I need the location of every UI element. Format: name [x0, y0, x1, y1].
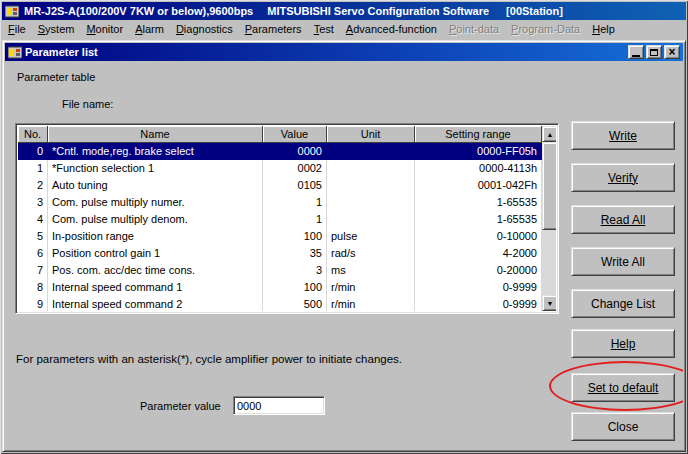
cell-no: 5 [18, 228, 48, 245]
close-button[interactable]: Close [571, 412, 675, 441]
menu-item-point-data: Point-data [443, 21, 505, 37]
cell-range: 0000-FF05h [415, 143, 542, 160]
cell-value: 3 [263, 262, 327, 279]
cell-value: 100 [263, 228, 327, 245]
cell-no: 4 [18, 211, 48, 228]
parameter-value-input[interactable] [233, 396, 325, 415]
write-button[interactable]: Write [571, 121, 675, 150]
cell-name: Com. pulse multiply denom. [48, 211, 263, 228]
cell-no: 2 [18, 177, 48, 194]
cell-range: 0-20000 [415, 262, 542, 279]
param-row-4[interactable]: 4Com. pulse multiply denom.11-65535 [18, 211, 542, 228]
cell-name: Pos. com. acc/dec time cons. [48, 262, 263, 279]
change-list-button[interactable]: Change List [571, 289, 675, 318]
column-header-name: Name [48, 126, 263, 143]
menubar: FileSystemMonitorAlarmDiagnosticsParamet… [2, 20, 686, 38]
param-row-9[interactable]: 9Internal speed command 2500r/min0-9999 [18, 296, 542, 311]
param-row-0[interactable]: 0*Cntl. mode,reg. brake select00000000-F… [18, 143, 542, 160]
menu-item-program-data: Program-Data [505, 21, 586, 37]
maximize-icon [650, 49, 658, 56]
column-header-value: Value [263, 126, 327, 143]
cell-value: 0000 [263, 143, 327, 160]
cell-name: *Cntl. mode,reg. brake select [48, 143, 263, 160]
cell-value: 1 [263, 194, 327, 211]
parameter-table-label: Parameter table [17, 71, 95, 83]
param-row-5[interactable]: 5In-position range100pulse0-10000 [18, 228, 542, 245]
menu-item-alarm[interactable]: Alarm [129, 21, 170, 37]
app-icon [5, 5, 19, 18]
cell-name: *Function selection 1 [48, 160, 263, 177]
cell-name: Internal speed command 1 [48, 279, 263, 296]
minimize-icon [632, 55, 640, 57]
read-all-button[interactable]: Read All [571, 205, 675, 234]
verify-button[interactable]: Verify [571, 163, 675, 192]
parameter-list-client: Parameter table File name: No.NameValueU… [5, 61, 683, 449]
cell-unit [327, 194, 415, 211]
menu-item-system[interactable]: System [32, 21, 81, 37]
cell-no: 9 [18, 296, 48, 311]
cell-no: 7 [18, 262, 48, 279]
scrollbar-thumb[interactable] [542, 142, 556, 230]
cell-range: 0-9999 [415, 279, 542, 296]
cell-unit: r/min [327, 279, 415, 296]
menu-item-monitor[interactable]: Monitor [80, 21, 129, 37]
menu-item-diagnostics[interactable]: Diagnostics [170, 21, 239, 37]
param-row-2[interactable]: 2Auto tuning01050001-042Fh [18, 177, 542, 194]
menu-item-advanced-function[interactable]: Advanced-function [340, 21, 443, 37]
menu-item-parameters[interactable]: Parameters [239, 21, 308, 37]
maximize-button[interactable] [646, 45, 662, 59]
main-window: MR-J2S-A(100/200V 7KW or below),9600bps … [0, 0, 688, 454]
button-stack: WriteVerifyRead AllWrite AllChange ListH… [571, 61, 675, 449]
cell-value: 1 [263, 211, 327, 228]
cell-range: 1-65535 [415, 194, 542, 211]
window-title-station: [00Station] [506, 5, 563, 17]
cell-name: Position control gain 1 [48, 245, 263, 262]
cell-range: 0-10000 [415, 228, 542, 245]
vertical-scrollbar[interactable]: ▲ ▼ [542, 126, 556, 311]
column-header-no: No. [18, 126, 48, 143]
cell-unit [327, 143, 415, 160]
table-header-row: No.NameValueUnitSetting range [18, 126, 542, 143]
cell-range: 4-2000 [415, 245, 542, 262]
cell-range: 0001-042Fh [415, 177, 542, 194]
cell-no: 0 [18, 143, 48, 160]
menu-item-help[interactable]: Help [586, 21, 621, 37]
set-to-default-button[interactable]: Set to default [571, 373, 675, 402]
table-main: No.NameValueUnitSetting range 0*Cntl. mo… [18, 126, 542, 311]
scroll-up-button[interactable]: ▲ [542, 126, 556, 142]
param-row-7[interactable]: 7Pos. com. acc/dec time cons.3ms0-20000 [18, 262, 542, 279]
cell-name: Com. pulse multiply numer. [48, 194, 263, 211]
menu-item-file[interactable]: File [2, 21, 32, 37]
param-row-3[interactable]: 3Com. pulse multiply numer.11-65535 [18, 194, 542, 211]
main-titlebar: MR-J2S-A(100/200V 7KW or below),9600bps … [2, 2, 686, 20]
cell-range: 1-65535 [415, 211, 542, 228]
param-row-1[interactable]: 1*Function selection 100020000-4113h [18, 160, 542, 177]
cell-range: 0000-4113h [415, 160, 542, 177]
child-titlebar[interactable]: Parameter list × [5, 43, 683, 61]
window-controls: × [628, 45, 680, 59]
scroll-down-icon: ▼ [547, 300, 554, 307]
parameter-value-label: Parameter value [140, 400, 221, 412]
write-all-button[interactable]: Write All [571, 247, 675, 276]
cell-value: 0002 [263, 160, 327, 177]
param-row-6[interactable]: 6Position control gain 135rad/s4-2000 [18, 245, 542, 262]
help-button[interactable]: Help [571, 329, 675, 358]
scroll-up-icon: ▲ [547, 131, 554, 138]
menu-item-test[interactable]: Test [308, 21, 340, 37]
cell-no: 6 [18, 245, 48, 262]
file-name-label: File name: [62, 98, 113, 110]
param-row-8[interactable]: 8Internal speed command 1100r/min0-9999 [18, 279, 542, 296]
cell-unit: r/min [327, 296, 415, 311]
scroll-down-button[interactable]: ▼ [542, 295, 556, 311]
minimize-button[interactable] [628, 45, 644, 59]
cell-unit: ms [327, 262, 415, 279]
window-title-app: MITSUBISHI Servo Configuration Software [267, 5, 489, 17]
cell-range: 0-9999 [415, 296, 542, 311]
parameter-table: No.NameValueUnitSetting range 0*Cntl. mo… [15, 123, 559, 314]
table-body: 0*Cntl. mode,reg. brake select00000000-F… [18, 143, 542, 311]
column-header-setting-range: Setting range [415, 126, 542, 143]
cell-value: 35 [263, 245, 327, 262]
close-window-button[interactable]: × [664, 45, 680, 59]
cell-value: 0105 [263, 177, 327, 194]
cell-name: In-position range [48, 228, 263, 245]
